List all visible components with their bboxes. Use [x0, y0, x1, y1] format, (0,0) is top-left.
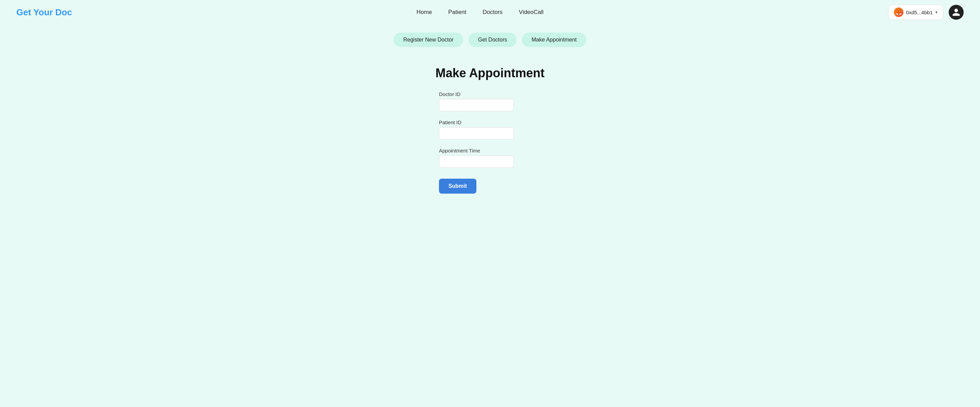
doctor-id-group: Doctor ID: [439, 91, 541, 111]
wallet-address: 0xd5...4bb1: [906, 10, 933, 15]
action-bar: Register New Doctor Get Doctors Make App…: [0, 24, 980, 55]
nav-videocall[interactable]: VideoCall: [519, 9, 543, 16]
nav-right: 🦊 0xd5...4bb1 ▾: [888, 5, 964, 20]
patient-id-label: Patient ID: [439, 119, 541, 125]
doctor-id-label: Doctor ID: [439, 91, 541, 97]
submit-button[interactable]: Submit: [439, 179, 476, 194]
wallet-button[interactable]: 🦊 0xd5...4bb1 ▾: [888, 5, 943, 20]
doctor-id-input[interactable]: [439, 99, 514, 111]
chevron-down-icon: ▾: [935, 10, 937, 14]
nav-home[interactable]: Home: [417, 9, 432, 16]
nav-doctors[interactable]: Doctors: [482, 9, 503, 16]
brand-logo[interactable]: Get Your Doc: [16, 7, 72, 18]
user-avatar[interactable]: [949, 5, 964, 20]
get-doctors-button[interactable]: Get Doctors: [469, 33, 517, 47]
register-new-doctor-button[interactable]: Register New Doctor: [394, 33, 463, 47]
patient-id-input[interactable]: [439, 127, 514, 140]
nav-links: Home Patient Doctors VideoCall: [417, 9, 543, 16]
appointment-time-group: Appointment Time: [439, 148, 541, 168]
patient-id-group: Patient ID: [439, 119, 541, 140]
appointment-form: Doctor ID Patient ID Appointment Time Su…: [439, 91, 541, 194]
appointment-time-label: Appointment Time: [439, 148, 541, 153]
main-content: Make Appointment Doctor ID Patient ID Ap…: [0, 55, 980, 205]
make-appointment-button[interactable]: Make Appointment: [522, 33, 586, 47]
appointment-time-input[interactable]: [439, 156, 514, 168]
nav-patient[interactable]: Patient: [448, 9, 466, 16]
user-icon: [952, 8, 961, 17]
page-title: Make Appointment: [436, 66, 545, 80]
wallet-avatar-icon: 🦊: [894, 8, 904, 17]
navbar: Get Your Doc Home Patient Doctors VideoC…: [0, 0, 980, 24]
